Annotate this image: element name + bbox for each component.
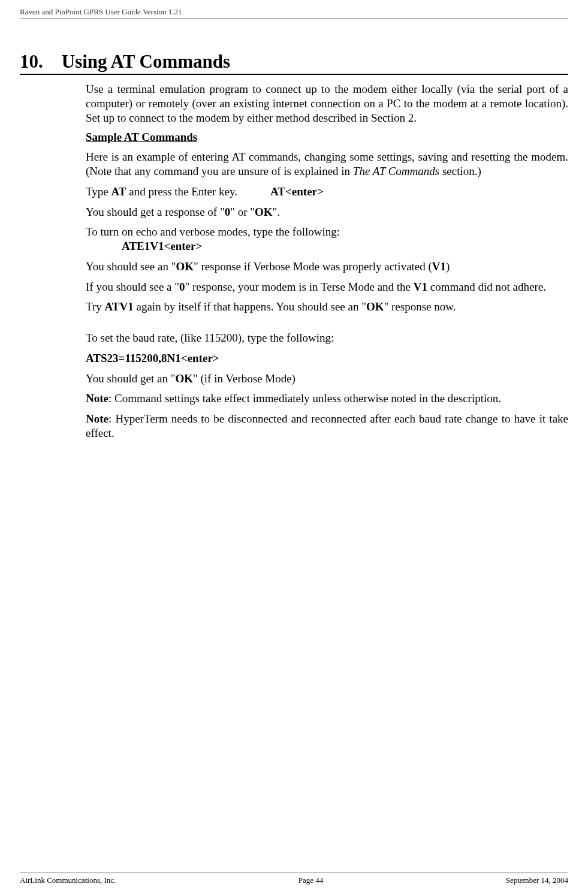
sample-intro: Here is an example of entering AT comman… [86,150,568,179]
baud-resp-2: " (if in Verbose Mode) [193,372,295,385]
note1-line: Note: Command settings take effect immed… [86,391,568,406]
response-2: " or " [230,206,255,218]
baud-intro: To set the baud rate, (like 115200), typ… [86,331,568,345]
response-ok: OK [255,206,273,218]
try-line: Try ATV1 again by itself if that happens… [86,300,568,314]
note1-text: : Command settings take effect immediate… [108,392,501,405]
try-atv1: ATV1 [105,300,134,313]
verbose-v1: V1 [432,260,446,273]
page-footer: AirLink Communications, Inc. Page 44 Sep… [20,873,568,885]
echo-line: To turn on echo and verbose modes, type … [86,225,568,239]
echo-1: To turn on echo and verbose modes, type … [86,225,340,238]
footer-left: AirLink Communications, Inc. [20,876,116,885]
baud-resp-ok: OK [175,372,193,385]
try-2: again by itself if that happens. You sho… [134,300,366,313]
try-1: Try [86,300,105,313]
terse-1: If you should see a " [86,280,179,293]
note2-text: : HyperTerm needs to be disconnected and… [86,412,568,439]
terse-v1: V1 [414,280,427,293]
try-3: " response now. [384,300,456,313]
page-header: Raven and PinPoint GPRS User Guide Versi… [20,7,568,19]
verbose-line: You should see an "OK" response if Verbo… [86,260,568,274]
response-1: You should get a response of " [86,206,225,218]
sample-intro-italic: The AT Commands [353,165,439,177]
verbose-ok: OK [176,260,194,273]
sample-heading: Sample AT Commands [86,131,568,144]
ate1v1-line: ATE1V1<enter> [122,239,568,254]
body-text: Use a terminal emulation program to conn… [86,82,568,441]
footer-right: September 14, 2004 [506,876,568,885]
verbose-2: " response if Verbose Mode was properly … [194,260,432,273]
note1-bold: Note [86,392,108,405]
baud-resp-1: You should get an " [86,372,175,385]
header-title: Raven and PinPoint GPRS User Guide Versi… [20,7,182,16]
type-at-1: Type [86,185,111,198]
intro-paragraph: Use a terminal emulation program to conn… [86,82,568,125]
terse-zero: 0 [179,280,185,293]
ats23-line: ATS23=115200,8N1<enter> [86,351,568,366]
response-zero: 0 [225,206,231,218]
verbose-1: You should see an " [86,260,176,273]
at-enter-bold: AT<enter> [270,185,324,198]
response-3: ". [273,206,281,218]
terse-line: If you should see a "0" response, your m… [86,280,568,294]
sample-intro-1: Here is an example of entering AT comman… [86,150,568,177]
section-title: 10. Using AT Commands [20,51,568,75]
note2-bold: Note [86,412,108,425]
terse-3: command did not adhere. [427,280,546,293]
type-at-2: and press the Enter key. [126,185,237,198]
page-content: 10. Using AT Commands Use a terminal emu… [20,51,568,447]
section-title-text: Using AT Commands [62,51,230,72]
terse-2: " response, your modem is in Terse Mode … [185,280,414,293]
sample-intro-2: section.) [439,165,481,177]
footer-center: Page 44 [298,876,324,885]
response-line: You should get a response of "0" or "OK"… [86,205,568,219]
verbose-3: ) [446,260,450,273]
type-at-line: Type AT and press the Enter key.AT<enter… [86,185,568,199]
type-at-bold: AT [111,185,126,198]
baud-response-line: You should get an "OK" (if in Verbose Mo… [86,372,568,386]
spacer [86,320,568,331]
try-ok: OK [366,300,384,313]
section-number: 10. [20,51,43,72]
note2-line: Note: HyperTerm needs to be disconnected… [86,412,568,441]
